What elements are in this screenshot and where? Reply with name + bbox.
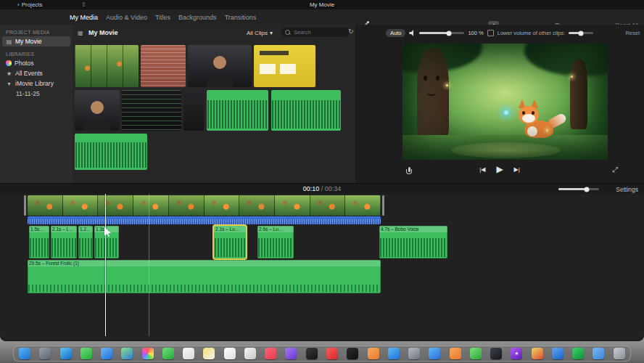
dock-vscode-icon[interactable] [552, 348, 564, 359]
browser-title: My Movie [88, 29, 118, 36]
dock-mail-icon[interactable] [101, 348, 112, 359]
timeline[interactable]: 1.5s…2.1s – L…1.2…1.3s…2.1s – Lu…2.6s – … [0, 194, 644, 340]
dock-keynote-icon[interactable] [429, 348, 440, 359]
tab-audio-video[interactable]: Audio & Video [106, 14, 147, 21]
tab-titles[interactable]: Titles [155, 14, 170, 21]
dock-settings-icon[interactable] [408, 348, 420, 359]
sidebar-item-label: 11-11-25 [16, 90, 40, 97]
media-thumbnail-document[interactable] [141, 45, 186, 87]
dock-spotify-icon[interactable] [572, 348, 584, 359]
media-thumbnail-cards[interactable] [254, 45, 315, 87]
clip-label: 2.6s – Lu… [257, 226, 294, 232]
sidebar-item-imovie-library[interactable]: ▾ iMovie Library [0, 78, 73, 89]
dock-messages-icon[interactable] [80, 348, 92, 359]
search-box[interactable] [281, 28, 350, 37]
media-thumbnail-code[interactable] [122, 90, 181, 131]
tab-my-media[interactable]: My Media [70, 14, 98, 21]
auto-volume-button[interactable]: Auto [386, 29, 405, 37]
lower-volume-checkbox[interactable] [487, 30, 494, 36]
dock-finder-icon[interactable] [19, 348, 30, 359]
dock-music-icon[interactable] [265, 348, 276, 359]
dock-photos-icon[interactable] [142, 348, 154, 359]
dock-launchpad-icon[interactable] [39, 348, 51, 359]
video-filmstrip-clip[interactable] [28, 195, 381, 216]
previous-button[interactable]: |◀ [479, 166, 485, 173]
disclosure-chevron-icon[interactable]: ▾ [6, 81, 12, 87]
timeline-zoom-slider[interactable] [558, 188, 599, 190]
audio-clip[interactable]: 2.1s – Lu… [214, 226, 246, 258]
filmstrip-frame [28, 195, 63, 216]
dock-calendar-icon[interactable] [183, 348, 194, 359]
dock-safari-icon[interactable] [60, 348, 72, 359]
lower-volume-slider[interactable] [569, 32, 593, 34]
project-media-header: PROJECT MEDIA [6, 30, 73, 35]
volume-slider-knob[interactable] [447, 30, 452, 36]
dock-reminders-icon[interactable] [224, 348, 236, 359]
dock-chrome-icon[interactable] [532, 348, 543, 359]
search-input[interactable] [292, 28, 339, 36]
dock-pages-icon[interactable] [450, 348, 461, 359]
media-thumbnail-audio[interactable] [75, 134, 147, 170]
dock-appstore-icon[interactable] [388, 348, 400, 359]
audio-clip[interactable]: 1.5s… [29, 226, 49, 258]
volume-reset-button[interactable]: Reset [625, 30, 640, 36]
volume-controls-row: Auto 100 % Lower volume of other clips: … [386, 28, 640, 38]
dock-trash-icon[interactable] [614, 348, 625, 359]
playback-buttons: |◀ ▶ ▶| [355, 164, 644, 174]
waveform [207, 100, 268, 129]
dock-books-icon[interactable] [368, 348, 379, 359]
zoom-knob[interactable] [585, 187, 590, 192]
volume-slider-fill [419, 32, 449, 34]
media-thumbnail-person[interactable] [188, 45, 252, 87]
sidebar-item-my-movie[interactable]: ▤ My Movie [2, 36, 70, 46]
tab-transitions[interactable]: Transitions [225, 14, 257, 21]
filmstrip-frame [275, 195, 310, 216]
media-thumbnail-filmstrip[interactable] [75, 45, 139, 87]
dock-notes-icon[interactable] [203, 348, 215, 359]
dock-imovie-icon[interactable]: ★ [511, 348, 522, 359]
volume-slider[interactable] [419, 32, 464, 34]
media-thumbnail-audio[interactable] [207, 90, 268, 131]
background-music-clip[interactable]: 29.5s – Forest Frolic (1) [28, 260, 381, 293]
playhead[interactable] [105, 194, 106, 336]
sidebar-item-all-events[interactable]: ★ All Events [0, 68, 73, 78]
dock-numbers-icon[interactable] [470, 348, 482, 359]
dock-folder-icon[interactable] [593, 348, 604, 359]
audio-clip[interactable]: 2.1s – L… [51, 226, 77, 258]
audio-clip[interactable]: 2.6s – Lu… [257, 226, 294, 258]
filmstrip-frame [169, 195, 205, 216]
media-thumbnail-audio[interactable] [271, 90, 341, 131]
sidebar-item-photos[interactable]: Photos [0, 58, 73, 68]
media-tabs: My Media Audio & Video Titles Background… [70, 9, 256, 25]
dock-maps-icon[interactable] [121, 348, 133, 359]
person-face [91, 101, 104, 114]
dock-facetime-icon[interactable] [162, 348, 174, 359]
dock-podcasts-icon[interactable] [285, 348, 297, 359]
audio-clip[interactable]: 1.2… [78, 226, 93, 258]
video-preview[interactable] [402, 44, 608, 160]
total-time: 00:34 [325, 185, 342, 192]
dock-tv-icon[interactable] [306, 348, 318, 359]
sidebar-item-library-event[interactable]: 11-11-25 [0, 89, 73, 99]
timeline-settings-button[interactable]: Settings [616, 186, 638, 193]
media-browser: ▦ My Movie All Clips ▾ ↻ [73, 25, 355, 183]
current-time: 00:10 [303, 185, 320, 192]
media-thumbnail-person[interactable] [75, 90, 120, 131]
dock-freeform-icon[interactable] [244, 348, 256, 359]
dock-terminal-icon[interactable] [490, 348, 502, 359]
music-track-clip[interactable] [28, 216, 381, 224]
dock-news-icon[interactable] [326, 348, 338, 359]
waveform [75, 142, 146, 168]
audio-clip[interactable]: 4.7s – Bobo Voice [379, 226, 447, 258]
grid-view-icon[interactable]: ▦ [78, 30, 83, 36]
clip-filter-dropdown[interactable]: All Clips ▾ [247, 30, 273, 36]
play-button[interactable]: ▶ [496, 164, 503, 174]
refresh-icon[interactable]: ↻ [348, 28, 354, 35]
lower-volume-knob[interactable] [579, 30, 584, 36]
star-icon: ★ [6, 70, 12, 77]
fullscreen-icon[interactable]: ⤢ [612, 166, 618, 174]
tab-backgrounds[interactable]: Backgrounds [178, 14, 217, 21]
dock-stocks-icon[interactable] [347, 348, 358, 359]
next-button[interactable]: ▶| [514, 166, 520, 173]
media-thumbnail-dark[interactable] [183, 90, 204, 131]
